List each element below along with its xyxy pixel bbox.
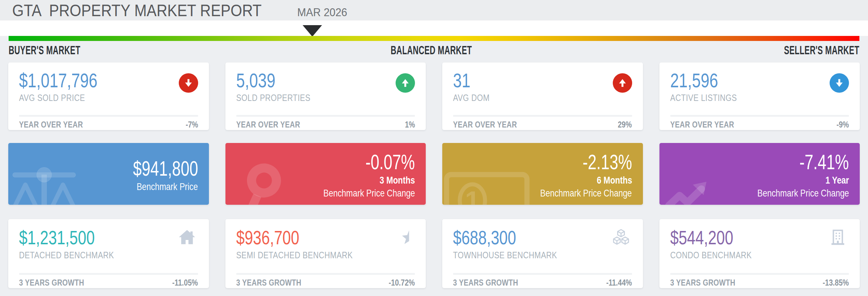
report-title-text: GTA PROPERTY MARKET REPORT [12,0,262,20]
arrow-up-circle-icon [613,73,632,93]
footer-value: 1% [405,120,415,130]
benchmark-period: 6 Months [597,174,632,187]
footer-label: YEAR OVER YEAR [236,120,300,130]
stat-footer: YEAR OVER YEAR -7% [19,120,198,130]
stat-value: 5,039 [236,69,275,92]
benchmark-label: Benchmark Price [137,180,198,194]
benchmark-value: -2.13% [583,151,632,174]
sellers-market-label: SELLER'S MARKET [784,43,859,57]
divider [670,273,849,275]
cubes-icon [612,228,630,246]
stat-footer: YEAR OVER YEAR 29% [453,120,632,130]
stat-label: SOLD PROPERTIES [236,93,311,103]
divider [236,115,415,117]
stat-label: ACTIVE LISTINGS [670,93,737,103]
stat-label: AVG SOLD PRICE [19,93,85,103]
condo-benchmark-card: $544,200 CONDO BENCHMARK 3 YEARS GROWTH … [659,219,860,288]
benchmark-price-card: $941,800 Benchmark Price [8,143,209,205]
gta-market-report-page: GTA PROPERTY MARKET REPORT MAR 2026 BUYE… [0,0,868,296]
footer-value: -11.05% [172,278,198,288]
benchmark-change-6m-card: 1 -2.13% 6 Months Benchmark Price Change [442,143,643,205]
footer-label: YEAR OVER YEAR [453,120,517,130]
property-label: CONDO BENCHMARK [670,250,752,260]
stat-value: 31 [453,69,471,92]
key-icon [231,161,289,205]
footer-value: -7% [186,120,198,130]
benchmark-label: Benchmark Price Change [540,187,632,200]
detached-benchmark-card: $1,231,500 DETACHED BENCHMARK 3 YEARS GR… [8,219,209,288]
benchmark-value: $941,800 [133,157,198,180]
divider [453,115,632,117]
footer-label: 3 YEARS GROWTH [453,278,518,288]
benchmark-period: 1 Year [825,174,849,187]
header: GTA PROPERTY MARKET REPORT MAR 2026 [0,0,868,20]
divider [236,273,415,275]
report-date: MAR 2026 [297,6,347,19]
gauge-labels: BUYER'S MARKET BALANCED MARKET SELLER'S … [9,43,859,57]
stat-card-active-listings: 21,596 ACTIVE LISTINGS YEAR OVER YEAR -9… [659,63,860,130]
footer-label: YEAR OVER YEAR [19,120,83,130]
money-bill-icon: 1 [444,172,530,205]
footer-value: -13.85% [823,278,849,288]
property-footer: 3 YEARS GROWTH -11.44% [453,278,632,288]
benchmark-label: Benchmark Price Change [757,187,849,200]
arrow-down-circle-icon [179,73,198,93]
page-title: GTA PROPERTY MARKET REPORT MAR 2026 [12,0,350,20]
semi-detached-benchmark-card: $936,700 SEMI DETACHED BENCHMARK 3 YEARS… [225,219,426,288]
stat-value: 21,596 [670,69,718,92]
benchmark-label: Benchmark Price Change [323,187,415,200]
divider [19,115,198,117]
footer-label: 3 YEARS GROWTH [670,278,735,288]
benchmark-change-1y-card: -7.41% 1 Year Benchmark Price Change [659,143,860,205]
gauge-band [0,20,868,36]
footer-value: -11.44% [606,278,632,288]
benchmark-period: 3 Months [380,174,415,187]
arrow-down-circle-icon [830,73,849,93]
semi-detached-home-icon [395,228,413,246]
footer-label: YEAR OVER YEAR [670,120,734,130]
benchmark-value: -7.41% [799,151,849,174]
townhouse-benchmark-card: $688,300 TOWNHOUSE BENCHMARK 3 YEARS GRO… [442,219,643,288]
balanced-market-label: BALANCED MARKET [391,43,472,57]
property-label: SEMI DETACHED BENCHMARK [236,250,353,260]
benchmark-change-3m-card: -0.07% 3 Months Benchmark Price Change [225,143,426,205]
property-value: $688,300 [453,226,516,249]
building-icon [829,228,847,246]
property-value: $936,700 [236,226,299,249]
svg-text:1: 1 [465,186,480,205]
footer-value: 29% [618,120,632,130]
stat-label: AVG DOM [453,93,490,103]
benchmark-row: $941,800 Benchmark Price -0.07% 3 Months… [8,143,860,205]
footer-label: 3 YEARS GROWTH [236,278,301,288]
property-footer: 3 YEARS GROWTH -11.05% [19,278,198,288]
stat-footer: YEAR OVER YEAR -9% [670,120,849,130]
buyers-market-label: BUYER'S MARKET [9,43,80,57]
home-icon [178,228,196,246]
gauge-bar [9,36,859,41]
stat-footer: YEAR OVER YEAR 1% [236,120,415,130]
stat-card-sold-properties: 5,039 SOLD PROPERTIES YEAR OVER YEAR 1% [225,63,426,130]
property-footer: 3 YEARS GROWTH -13.85% [670,278,849,288]
property-value: $1,231,500 [19,226,95,249]
footer-value: -10.72% [389,278,415,288]
arrow-up-circle-icon [396,73,415,93]
divider [453,273,632,275]
divider [670,115,849,117]
property-footer: 3 YEARS GROWTH -10.72% [236,278,415,288]
stat-value: $1,017,796 [19,69,98,92]
stats-row: $1,017,796 AVG SOLD PRICE YEAR OVER YEAR… [8,63,860,130]
stat-card-avg-dom: 31 AVG DOM YEAR OVER YEAR 29% [442,63,643,130]
divider [19,273,198,275]
property-label: TOWNHOUSE BENCHMARK [453,250,557,260]
stat-card-avg-sold-price: $1,017,796 AVG SOLD PRICE YEAR OVER YEAR… [8,63,209,130]
gauge-marker-icon [303,25,322,37]
footer-label: 3 YEARS GROWTH [19,278,84,288]
trend-up-icon [664,175,714,205]
scales-icon [8,162,80,205]
footer-value: -9% [836,120,849,130]
property-benchmark-row: $1,231,500 DETACHED BENCHMARK 3 YEARS GR… [8,219,860,288]
benchmark-value: -0.07% [365,151,415,174]
property-label: DETACHED BENCHMARK [19,250,114,260]
property-value: $544,200 [670,226,733,249]
